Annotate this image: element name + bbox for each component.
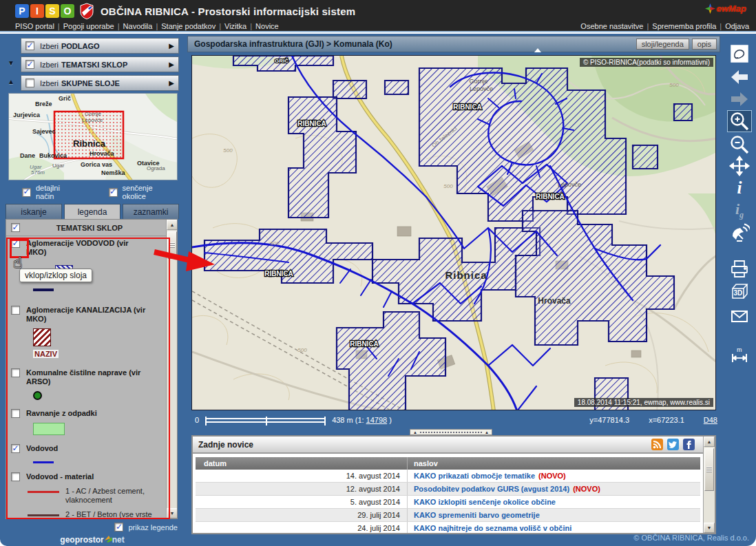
accordion-skupne-sloje[interactable]: Izberi SKUPNE SLOJE ▶	[21, 75, 179, 91]
layer-checkbox[interactable]	[11, 368, 20, 377]
accordion-podlago[interactable]: Izberi PODLAGO ▶	[21, 38, 179, 54]
zoom-in-button[interactable]	[727, 110, 752, 132]
forward-button[interactable]	[727, 88, 752, 110]
news-rows: 14. avgust 2014KAKO prikazati območje te…	[196, 470, 700, 533]
map-canvas[interactable]: GRIČRIBNICARIBNICARIBNICARIBNICARIBNICAR…	[192, 56, 716, 410]
layer-checkbox[interactable]	[11, 239, 20, 248]
tab-zaznamki[interactable]: zaznamki	[123, 204, 179, 219]
scroll-down-icon[interactable]: ▼	[167, 508, 178, 518]
scroll-down-icon[interactable]: ▼	[704, 523, 715, 533]
measure-button[interactable]: m	[727, 345, 752, 367]
geoprostor-arrow-icon	[104, 535, 112, 543]
news-link[interactable]: KAKO izklopiti senčenje okolice občine	[408, 498, 700, 506]
podlago-checkbox[interactable]	[25, 41, 34, 50]
legend-scroll-thumb[interactable]	[167, 231, 177, 259]
layer-checkbox[interactable]	[11, 444, 20, 453]
full-extent-button[interactable]	[727, 43, 752, 65]
menu-item[interactable]: Sprememba profila	[652, 22, 716, 30]
datum-link[interactable]: D48	[704, 416, 717, 424]
news-scroll-thumb[interactable]	[704, 448, 714, 491]
menu-item[interactable]: Stanje podatkov	[161, 22, 216, 30]
menu-item[interactable]: Vizitka	[224, 22, 246, 30]
menu-item[interactable]: Navodila	[123, 22, 153, 30]
sencenje-okolice-checkbox[interactable]	[109, 188, 118, 197]
info-button[interactable]: i	[727, 176, 752, 198]
collapse-skupne-icon[interactable]: ▲	[4, 78, 18, 85]
scalebar	[205, 418, 326, 423]
breadcrumb: Gospodarska infrastruktura (GJI) > Komun…	[194, 39, 633, 49]
print-button[interactable]	[727, 258, 752, 280]
gps-button[interactable]	[727, 222, 752, 244]
mail-button[interactable]	[727, 305, 752, 327]
news-row[interactable]: 24. julij 2014KAKO najhitreje do seznama…	[196, 522, 700, 533]
overview-map[interactable]: BrežeGričJurjevicaGornjeLepovčeSajevecRi…	[8, 93, 178, 180]
news-date: 29. julij 2014	[196, 509, 408, 521]
show-legend-option[interactable]: prikaz legende	[0, 523, 178, 532]
news-row[interactable]: 5. avgust 2014KAKO izklopiti senčenje ok…	[196, 496, 700, 509]
rss-icon[interactable]	[651, 439, 663, 450]
map-label: RIBNICA	[350, 340, 379, 348]
news-link[interactable]: KAKO prikazati območje tematike(NOVO)	[408, 472, 700, 480]
layer-label: Vodovod	[26, 444, 58, 453]
collapse-tematski-icon[interactable]: ▼	[4, 59, 18, 67]
back-button[interactable]	[727, 66, 752, 88]
collapse-handle-icon[interactable]	[534, 48, 541, 52]
tematski-sklop-checkbox[interactable]	[11, 223, 20, 232]
map-label: GRIČ	[275, 58, 288, 64]
tab-legenda[interactable]: legenda	[64, 204, 120, 219]
map-label: 500	[223, 147, 233, 154]
news-link[interactable]: KAKO spremeniti barvo geometrije	[408, 511, 700, 519]
legend-entry: 1 - AC / Azbest cement, vlaknocement	[28, 487, 163, 505]
news-link[interactable]: Posodobitev podatkov GURS (avgust 2014)(…	[408, 485, 700, 493]
pan-button[interactable]	[727, 155, 752, 177]
menu-item[interactable]: Osebne nastavitve	[580, 22, 643, 30]
detajlni-nacin-checkbox[interactable]	[22, 188, 31, 197]
map-label: Gornje	[469, 78, 487, 85]
sencenje-okolice-option[interactable]: senčenje okolice	[109, 184, 178, 200]
layer-checkbox[interactable]	[11, 472, 20, 481]
novo-badge: (NOVO)	[573, 485, 600, 493]
legend-panel: TEMATSKI SKLOP Aglomeracije VODOVOD (vir…	[6, 219, 178, 519]
layer-checkbox[interactable]	[11, 409, 20, 418]
info-gji-button[interactable]: ig	[727, 200, 752, 222]
statusbar: 0 438 m (1: 14798 ) y=477814.3 x=67223.1…	[191, 413, 719, 427]
chevron-right-icon: ▶	[169, 61, 174, 68]
tematski-checkbox[interactable]	[25, 60, 34, 69]
menu-item[interactable]: Pogoji uporabe	[63, 22, 114, 30]
piso-app: PISO OBČINA RIBNICA - Prostorski informa…	[0, 0, 756, 546]
news-row[interactable]: 29. julij 2014KAKO spremeniti barvo geom…	[196, 509, 700, 522]
layer-checkbox[interactable]	[11, 306, 20, 315]
accordion-tematski-sklop[interactable]: Izberi TEMATSKI SKLOP ▶	[21, 56, 179, 72]
legend-scrollbar[interactable]: ▲ ▼	[166, 220, 177, 518]
news-row[interactable]: 14. avgust 2014KAKO prikazati območje te…	[196, 470, 700, 483]
news-row[interactable]: 12. avgust 2014Posodobitev podatkov GURS…	[196, 483, 700, 496]
scroll-up-icon[interactable]: ▲	[704, 437, 715, 447]
news-scrollbar[interactable]: ▲ ▼	[703, 437, 715, 533]
map-viewport[interactable]: GRIČRIBNICARIBNICARIBNICARIBNICARIBNICAR…	[191, 55, 716, 410]
legend-header-label: TEMATSKI SKLOP	[20, 224, 159, 232]
facebook-icon[interactable]	[683, 439, 695, 450]
menubar: PISO portal|Pogoji uporabe|Navodila|Stan…	[0, 22, 756, 32]
info-icon: i	[737, 179, 742, 196]
menu-item[interactable]: PISO portal	[15, 22, 54, 30]
extent-rectangle[interactable]	[54, 112, 123, 158]
piso-logo-letter: P	[15, 4, 29, 18]
menu-item[interactable]: Novice	[255, 22, 279, 30]
show-legend-checkbox[interactable]	[114, 523, 123, 532]
scroll-up-icon[interactable]: ▲	[167, 220, 178, 230]
zoom-out-button[interactable]	[727, 134, 752, 156]
twitter-icon[interactable]	[667, 439, 679, 450]
accordion-label: SKUPNE SLOJE	[61, 79, 120, 87]
geoprostor-logo[interactable]: geoprostornet	[0, 535, 185, 545]
tab-iskanje[interactable]: iskanje	[6, 204, 62, 219]
detajlni-nacin-option[interactable]: detajlni način	[22, 184, 80, 200]
news-collapse-handle[interactable]: ▲ ▲	[410, 429, 492, 435]
news-link[interactable]: KAKO najhitreje do seznama volišč v obči…	[408, 524, 700, 532]
skupne-checkbox[interactable]	[25, 78, 34, 87]
scale-ratio-link[interactable]: 14798	[366, 416, 388, 424]
layers-legend-button[interactable]: sloji/legenda	[636, 39, 689, 50]
3d-view-button[interactable]: 3D	[727, 280, 752, 302]
description-button[interactable]: opis	[692, 39, 717, 50]
menu-item[interactable]: Odjava	[725, 22, 749, 30]
workspace-frame: ▼ ▲ Izberi PODLAGO ▶ Izberi TEMATSKI SKL…	[0, 34, 756, 546]
